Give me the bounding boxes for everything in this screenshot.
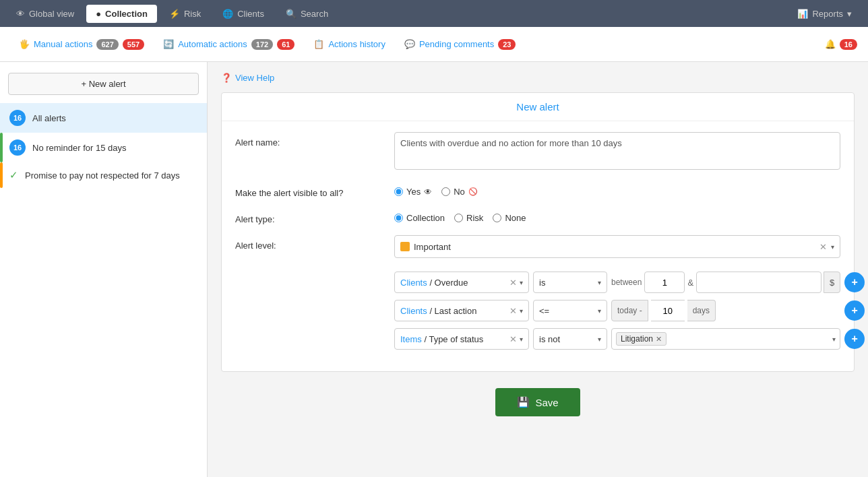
- type-collection-option[interactable]: Collection: [394, 213, 445, 223]
- filter3-clear-icon[interactable]: ✕: [509, 334, 517, 344]
- visible-no-option[interactable]: No 🚫: [441, 187, 478, 197]
- filter-row-1: Clients / Overdue ✕ ▾ is ▾: [394, 272, 868, 293]
- filter3-chevron-icon[interactable]: ▾: [520, 336, 523, 343]
- filter3-op-chevron[interactable]: ▾: [598, 336, 601, 343]
- alert-level-label: Alert level:: [235, 235, 383, 251]
- alert-level-select[interactable]: Important ✕ ▾: [394, 235, 840, 258]
- filter2-days-input[interactable]: [651, 300, 685, 321]
- nav-reports[interactable]: 📊 Reports ▾: [788, 5, 861, 23]
- filter3-value[interactable]: Litigation ✕ ▾: [611, 328, 840, 350]
- filter3-operator[interactable]: is not ▾: [533, 328, 607, 350]
- filter-rows-row: Clients / Overdue ✕ ▾ is ▾: [235, 269, 840, 350]
- manual-actions-badge-urgent: 557: [123, 39, 144, 50]
- filter3-field[interactable]: Items / Type of status ✕ ▾: [394, 328, 529, 350]
- type-risk-option[interactable]: Risk: [454, 213, 483, 223]
- visible-no-radio[interactable]: [441, 187, 450, 196]
- nav-risk[interactable]: ⚡ Risk: [160, 5, 210, 23]
- filter2-link: Clients: [400, 306, 427, 316]
- form-card: New alert Alert name: Clients with overd…: [221, 92, 855, 372]
- type-none-radio[interactable]: [493, 214, 501, 222]
- filter-row-2: Clients / Last action ✕ ▾ <= ▾: [394, 300, 868, 321]
- comment-icon: 💬: [404, 39, 415, 49]
- filter2-chevron-icon[interactable]: ▾: [520, 307, 523, 315]
- form-title: New alert: [222, 93, 854, 121]
- level-clear-icon[interactable]: ✕: [819, 242, 827, 252]
- eye-visible-icon: 👁: [424, 187, 432, 197]
- search-icon: 🔍: [286, 9, 297, 19]
- nav-global-view[interactable]: 👁 Global view: [7, 5, 84, 23]
- filter-rows-control: Clients / Overdue ✕ ▾ is ▾: [394, 269, 868, 350]
- bell-badge: 16: [840, 39, 857, 50]
- tag-litigation-remove[interactable]: ✕: [656, 335, 662, 344]
- filter1-rest: / Overdue: [429, 278, 468, 288]
- sidebar-item-no-reminder[interactable]: 16 No reminder for 15 days: [0, 133, 207, 162]
- no-reminder-count: 16: [9, 139, 26, 156]
- filter1-operator[interactable]: is ▾: [533, 272, 607, 293]
- filter2-days-unit: days: [687, 300, 716, 321]
- filter1-amp: &: [687, 278, 693, 288]
- content-area: ❓ View Help New alert Alert name: Client…: [208, 62, 868, 477]
- filter3-rest: / Type of status: [424, 334, 483, 344]
- filter1-add-button[interactable]: +: [844, 272, 865, 292]
- left-bar-orange: [0, 162, 3, 188]
- bell-icon: 🔔: [825, 39, 836, 49]
- visible-row: Make the alert visible to all? Yes 👁 No: [235, 183, 840, 198]
- pending-comments-tab[interactable]: 💬 Pending comments 23: [396, 34, 524, 55]
- nav-collection[interactable]: ● Collection: [86, 5, 157, 23]
- all-alerts-count: 16: [9, 110, 26, 126]
- filter2-op-text: <=: [539, 306, 595, 316]
- alert-name-label: Alert name:: [235, 132, 383, 148]
- type-collection-radio[interactable]: [394, 214, 403, 222]
- filter1-field[interactable]: Clients / Overdue ✕ ▾: [394, 272, 529, 293]
- alert-name-input[interactable]: Clients with overdue and no action for m…: [394, 132, 840, 170]
- visible-yes-radio[interactable]: [394, 187, 403, 196]
- sidebar-item-promise-to-pay[interactable]: ✓ Promise to pay not respected for 7 day…: [0, 162, 207, 188]
- manual-actions-tab[interactable]: 🖐 Manual actions 627 557: [11, 34, 152, 55]
- save-button[interactable]: 💾 Save: [495, 388, 580, 416]
- sub-navigation: 🖐 Manual actions 627 557 🔄 Automatic act…: [0, 27, 868, 62]
- help-icon: ❓: [221, 73, 232, 83]
- pending-comments-badge: 23: [498, 39, 516, 50]
- save-area: 💾 Save: [221, 388, 855, 427]
- filter3-op-text: is not: [539, 334, 595, 344]
- refresh-icon: 🔄: [163, 39, 174, 49]
- nav-clients[interactable]: 🌐 Clients: [213, 5, 274, 23]
- list-icon: 📋: [313, 39, 324, 49]
- automatic-actions-tab[interactable]: 🔄 Automatic actions 172 61: [155, 34, 303, 55]
- filter2-op-chevron[interactable]: ▾: [598, 307, 601, 315]
- filter1-from-input[interactable]: [644, 272, 685, 293]
- nav-search[interactable]: 🔍 Search: [276, 5, 338, 23]
- visible-yes-option[interactable]: Yes 👁: [394, 187, 432, 197]
- type-none-option[interactable]: None: [493, 213, 526, 223]
- filter1-clear-icon[interactable]: ✕: [509, 278, 517, 288]
- alert-name-row: Alert name: Clients with overdue and no …: [235, 132, 840, 172]
- visible-radio-group: Yes 👁 No 🚫: [394, 183, 840, 197]
- filter1-op-chevron[interactable]: ▾: [598, 279, 601, 286]
- view-help-link[interactable]: ❓ View Help: [221, 73, 274, 83]
- filter2-today-label: today -: [611, 300, 648, 321]
- left-bar-green: [0, 133, 3, 162]
- actions-history-tab[interactable]: 📋 Actions history: [305, 34, 394, 55]
- collection-icon: ●: [96, 9, 101, 19]
- alert-type-radio-group: Collection Risk None: [394, 209, 840, 223]
- filter1-chevron-icon[interactable]: ▾: [520, 279, 523, 286]
- alert-name-control: Clients with overdue and no action for m…: [394, 132, 840, 172]
- auto-actions-badge-urgent: 61: [277, 39, 294, 50]
- filter2-field[interactable]: Clients / Last action ✕ ▾: [394, 300, 529, 321]
- filter3-value-chevron[interactable]: ▾: [832, 336, 836, 343]
- filter2-clear-icon[interactable]: ✕: [509, 306, 517, 316]
- type-risk-radio[interactable]: [454, 214, 463, 222]
- filter2-add-button[interactable]: +: [844, 300, 865, 321]
- filter2-operator[interactable]: <= ▾: [533, 300, 607, 321]
- all-alerts-item[interactable]: 16 All alerts: [0, 103, 207, 133]
- bell-area[interactable]: 🔔 16: [825, 39, 857, 50]
- level-chevron-icon[interactable]: ▾: [831, 243, 834, 251]
- alert-level-inner: Important: [400, 242, 813, 252]
- sidebar: + New alert 16 All alerts 16 No reminder…: [0, 62, 208, 477]
- filter1-to-input[interactable]: [696, 272, 822, 293]
- all-alerts-label: All alerts: [32, 113, 197, 123]
- new-alert-button[interactable]: + New alert: [8, 73, 199, 95]
- save-icon: 💾: [517, 396, 530, 408]
- no-reminder-label: No reminder for 15 days: [32, 143, 197, 153]
- filter3-add-button[interactable]: +: [844, 329, 865, 349]
